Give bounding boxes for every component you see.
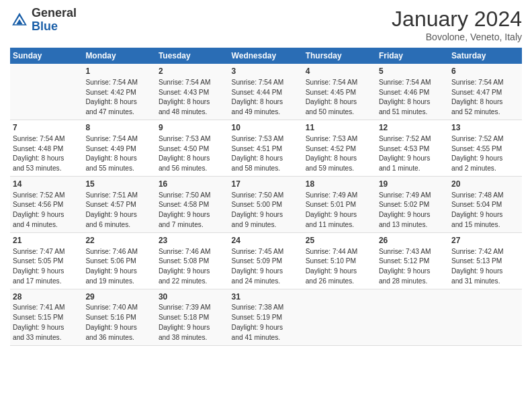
day-info: Sunrise: 7:52 AM Sunset: 4:53 PM Dayligh…: [379, 134, 446, 174]
cell-4-3: 31Sunrise: 7:38 AM Sunset: 5:19 PM Dayli…: [229, 289, 303, 345]
day-info: Sunrise: 7:49 AM Sunset: 5:01 PM Dayligh…: [306, 191, 373, 230]
day-info: Sunrise: 7:51 AM Sunset: 4:57 PM Dayligh…: [85, 191, 153, 230]
cell-1-6: 13Sunrise: 7:52 AM Sunset: 4:55 PM Dayli…: [449, 120, 522, 176]
day-number: 16: [159, 179, 226, 190]
month-title: January 2024: [392, 7, 522, 32]
cell-2-0: 14Sunrise: 7:52 AM Sunset: 4:56 PM Dayli…: [10, 176, 83, 232]
calendar-header: Sunday Monday Tuesday Wednesday Thursday…: [10, 48, 522, 64]
day-info: Sunrise: 7:46 AM Sunset: 5:06 PM Dayligh…: [85, 247, 153, 287]
cell-4-2: 30Sunrise: 7:39 AM Sunset: 5:18 PM Dayli…: [156, 289, 229, 345]
week-row-3: 21Sunrise: 7:47 AM Sunset: 5:05 PM Dayli…: [10, 232, 522, 289]
day-number: 2: [159, 66, 226, 77]
cell-0-0: [10, 64, 83, 120]
header-wednesday: Wednesday: [229, 48, 303, 64]
day-info: Sunrise: 7:54 AM Sunset: 4:47 PM Dayligh…: [451, 78, 519, 118]
logo: General Blue: [10, 7, 77, 34]
cell-2-3: 17Sunrise: 7:50 AM Sunset: 5:00 PM Dayli…: [229, 176, 303, 232]
cell-0-2: 2Sunrise: 7:54 AM Sunset: 4:43 PM Daylig…: [156, 64, 229, 120]
cell-1-0: 7Sunrise: 7:54 AM Sunset: 4:48 PM Daylig…: [10, 120, 83, 176]
cell-3-6: 27Sunrise: 7:42 AM Sunset: 5:13 PM Dayli…: [449, 232, 522, 289]
cell-2-6: 20Sunrise: 7:48 AM Sunset: 5:04 PM Dayli…: [449, 176, 522, 232]
cell-0-5: 5Sunrise: 7:54 AM Sunset: 4:46 PM Daylig…: [376, 64, 449, 120]
cell-2-5: 19Sunrise: 7:49 AM Sunset: 5:02 PM Dayli…: [376, 176, 449, 232]
cell-1-2: 9Sunrise: 7:53 AM Sunset: 4:50 PM Daylig…: [156, 120, 229, 176]
day-info: Sunrise: 7:52 AM Sunset: 4:56 PM Dayligh…: [13, 191, 80, 230]
day-number: 18: [306, 179, 373, 190]
day-number: 10: [232, 122, 300, 134]
day-info: Sunrise: 7:45 AM Sunset: 5:09 PM Dayligh…: [232, 247, 300, 287]
day-number: 20: [451, 179, 519, 190]
day-info: Sunrise: 7:38 AM Sunset: 5:19 PM Dayligh…: [232, 303, 300, 342]
day-info: Sunrise: 7:53 AM Sunset: 4:52 PM Dayligh…: [306, 134, 373, 174]
day-number: 26: [379, 235, 446, 246]
day-info: Sunrise: 7:54 AM Sunset: 4:44 PM Dayligh…: [232, 78, 300, 118]
day-number: 15: [85, 179, 153, 190]
day-number: 30: [159, 291, 226, 303]
day-info: Sunrise: 7:54 AM Sunset: 4:46 PM Dayligh…: [379, 78, 446, 118]
logo-blue: Blue: [32, 19, 58, 33]
day-number: 29: [85, 291, 153, 303]
cell-4-4: [303, 289, 376, 345]
logo-text: General Blue: [32, 7, 77, 34]
day-info: Sunrise: 7:43 AM Sunset: 5:12 PM Dayligh…: [379, 247, 446, 287]
day-info: Sunrise: 7:54 AM Sunset: 4:42 PM Dayligh…: [85, 78, 153, 118]
location-subtitle: Bovolone, Veneto, Italy: [392, 32, 522, 42]
day-number: 31: [232, 291, 300, 303]
cell-3-5: 26Sunrise: 7:43 AM Sunset: 5:12 PM Dayli…: [376, 232, 449, 289]
day-number: 3: [232, 66, 300, 77]
day-number: 24: [232, 235, 300, 246]
day-number: 12: [379, 122, 446, 134]
day-number: 8: [85, 122, 153, 134]
cell-3-1: 22Sunrise: 7:46 AM Sunset: 5:06 PM Dayli…: [83, 232, 156, 289]
day-number: 25: [306, 235, 373, 246]
day-info: Sunrise: 7:50 AM Sunset: 5:00 PM Dayligh…: [232, 191, 300, 230]
header-tuesday: Tuesday: [156, 48, 229, 64]
cell-1-1: 8Sunrise: 7:54 AM Sunset: 4:49 PM Daylig…: [83, 120, 156, 176]
day-info: Sunrise: 7:48 AM Sunset: 5:04 PM Dayligh…: [451, 191, 519, 230]
cell-1-4: 11Sunrise: 7:53 AM Sunset: 4:52 PM Dayli…: [303, 120, 376, 176]
cell-0-3: 3Sunrise: 7:54 AM Sunset: 4:44 PM Daylig…: [229, 64, 303, 120]
day-info: Sunrise: 7:54 AM Sunset: 4:48 PM Dayligh…: [13, 134, 80, 174]
day-number: 22: [85, 235, 153, 246]
day-info: Sunrise: 7:46 AM Sunset: 5:08 PM Dayligh…: [159, 247, 226, 287]
day-number: 13: [451, 122, 519, 134]
day-number: 7: [13, 122, 80, 134]
day-number: 17: [232, 179, 300, 190]
calendar-table: Sunday Monday Tuesday Wednesday Thursday…: [10, 48, 522, 346]
cell-1-5: 12Sunrise: 7:52 AM Sunset: 4:53 PM Dayli…: [376, 120, 449, 176]
calendar-body: 1Sunrise: 7:54 AM Sunset: 4:42 PM Daylig…: [10, 64, 522, 345]
day-info: Sunrise: 7:44 AM Sunset: 5:10 PM Dayligh…: [306, 247, 373, 287]
week-row-2: 14Sunrise: 7:52 AM Sunset: 4:56 PM Dayli…: [10, 176, 522, 232]
cell-2-4: 18Sunrise: 7:49 AM Sunset: 5:01 PM Dayli…: [303, 176, 376, 232]
header-thursday: Thursday: [303, 48, 376, 64]
cell-1-3: 10Sunrise: 7:53 AM Sunset: 4:51 PM Dayli…: [229, 120, 303, 176]
week-row-0: 1Sunrise: 7:54 AM Sunset: 4:42 PM Daylig…: [10, 64, 522, 120]
header: General Blue January 2024 Bovolone, Vene…: [10, 7, 522, 42]
logo-general: General: [32, 6, 77, 19]
day-number: 4: [306, 66, 373, 77]
day-info: Sunrise: 7:53 AM Sunset: 4:51 PM Dayligh…: [232, 134, 300, 174]
day-info: Sunrise: 7:54 AM Sunset: 4:45 PM Dayligh…: [306, 78, 373, 118]
cell-4-0: 28Sunrise: 7:41 AM Sunset: 5:15 PM Dayli…: [10, 289, 83, 345]
cell-0-1: 1Sunrise: 7:54 AM Sunset: 4:42 PM Daylig…: [83, 64, 156, 120]
cell-2-2: 16Sunrise: 7:50 AM Sunset: 4:58 PM Dayli…: [156, 176, 229, 232]
cell-3-4: 25Sunrise: 7:44 AM Sunset: 5:10 PM Dayli…: [303, 232, 376, 289]
header-row: Sunday Monday Tuesday Wednesday Thursday…: [10, 48, 522, 64]
day-number: 1: [85, 66, 153, 77]
cell-3-3: 24Sunrise: 7:45 AM Sunset: 5:09 PM Dayli…: [229, 232, 303, 289]
title-block: January 2024 Bovolone, Veneto, Italy: [392, 7, 522, 42]
day-number: 23: [159, 235, 226, 246]
day-number: 6: [451, 66, 519, 77]
day-info: Sunrise: 7:54 AM Sunset: 4:43 PM Dayligh…: [159, 78, 226, 118]
day-number: 19: [379, 179, 446, 190]
day-number: 14: [13, 179, 80, 190]
day-info: Sunrise: 7:41 AM Sunset: 5:15 PM Dayligh…: [13, 303, 80, 342]
day-info: Sunrise: 7:52 AM Sunset: 4:55 PM Dayligh…: [451, 134, 519, 174]
day-info: Sunrise: 7:50 AM Sunset: 4:58 PM Dayligh…: [159, 191, 226, 230]
cell-3-0: 21Sunrise: 7:47 AM Sunset: 5:05 PM Dayli…: [10, 232, 83, 289]
day-info: Sunrise: 7:40 AM Sunset: 5:16 PM Dayligh…: [85, 303, 153, 342]
page-container: General Blue January 2024 Bovolone, Vene…: [0, 0, 532, 353]
day-number: 11: [306, 122, 373, 134]
day-info: Sunrise: 7:42 AM Sunset: 5:13 PM Dayligh…: [451, 247, 519, 287]
cell-2-1: 15Sunrise: 7:51 AM Sunset: 4:57 PM Dayli…: [83, 176, 156, 232]
